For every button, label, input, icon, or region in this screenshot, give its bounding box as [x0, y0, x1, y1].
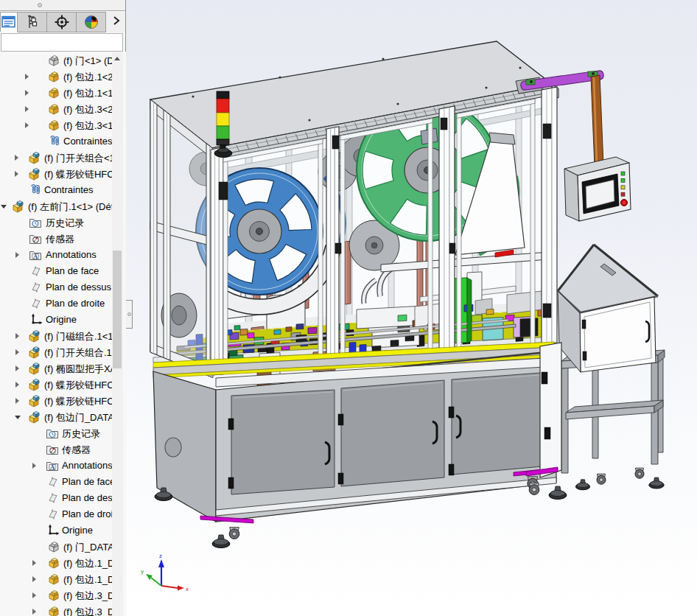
svg-text:A: A	[33, 253, 38, 260]
svg-text:z: z	[159, 553, 162, 559]
svg-text:x: x	[186, 586, 189, 592]
svg-text:A: A	[50, 463, 55, 471]
svg-text:y: y	[141, 568, 144, 575]
